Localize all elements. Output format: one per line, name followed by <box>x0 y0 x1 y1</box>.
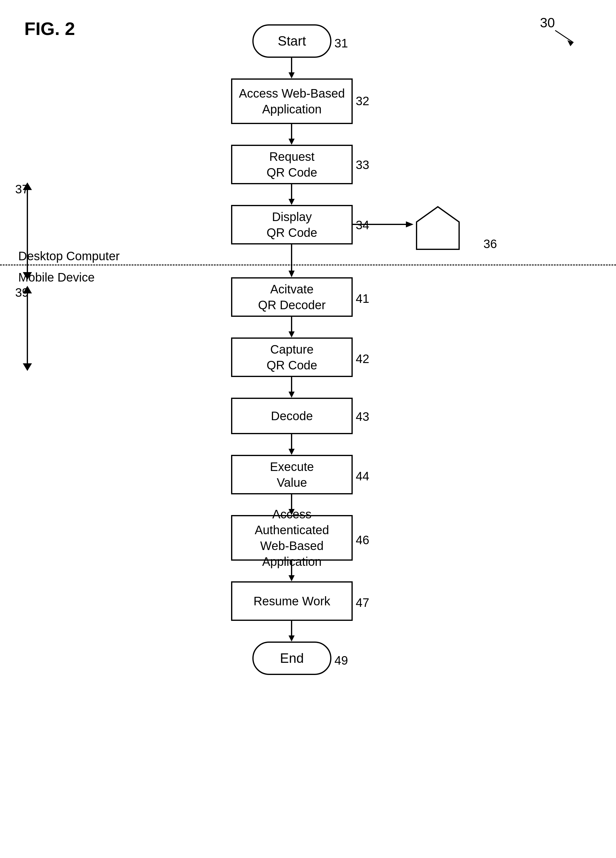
box-32: Access Web-Based Application <box>231 78 353 124</box>
arrow-47-end <box>288 620 295 642</box>
svg-line-1 <box>555 30 574 43</box>
ref-37: 37 <box>15 182 29 196</box>
box-46: Access Authenticated Web-Based Applicati… <box>231 515 353 561</box>
diagram-container: FIG. 2 30 Start 31 Access Web-Based Appl… <box>0 0 616 858</box>
ref-36: 36 <box>484 237 497 251</box>
ref-47: 47 <box>356 596 369 609</box>
ref-33: 33 <box>356 158 369 172</box>
arrow-34-41 <box>288 244 295 277</box>
ref-32: 32 <box>356 94 369 108</box>
pentagon-36 <box>414 204 481 252</box>
svg-marker-28 <box>289 575 295 581</box>
start-oval: Start <box>252 24 331 58</box>
arrow-41-42 <box>288 316 295 337</box>
svg-marker-18 <box>289 270 295 277</box>
svg-marker-6 <box>289 138 295 145</box>
box-47: Resume Work <box>231 581 353 621</box>
dashed-separator <box>0 264 616 266</box>
figure-label: FIG. 2 <box>24 18 75 39</box>
svg-marker-4 <box>289 72 295 78</box>
desktop-arrow <box>18 182 36 280</box>
ref-31: 31 <box>334 36 348 50</box>
ref-41: 41 <box>356 292 369 306</box>
arrow-43-44 <box>288 434 295 455</box>
ref-43: 43 <box>356 410 369 424</box>
svg-marker-8 <box>289 199 295 205</box>
end-oval: End <box>252 642 331 675</box>
arrow-33-34 <box>288 183 295 205</box>
ref-39: 39 <box>15 286 29 300</box>
box-33: Request QR Code <box>231 145 353 184</box>
ref-49: 49 <box>334 654 348 667</box>
arrow-34-36 <box>353 221 414 228</box>
arrow-46-47 <box>288 560 295 581</box>
svg-marker-20 <box>289 331 295 337</box>
box-42: Capture QR Code <box>231 337 353 377</box>
box-34: Display QR Code <box>231 205 353 244</box>
box-41: Acitvate QR Decoder <box>231 277 353 317</box>
svg-text:30: 30 <box>540 15 555 30</box>
svg-marker-16 <box>23 363 32 371</box>
ref30-arrow: 30 <box>537 15 592 52</box>
svg-marker-22 <box>289 392 295 398</box>
svg-marker-10 <box>406 221 414 227</box>
ref-44: 44 <box>356 469 369 483</box>
mobile-label: Mobile Device <box>18 270 95 284</box>
ref-42: 42 <box>356 352 369 366</box>
arrow-start-32 <box>288 57 295 78</box>
ref-46: 46 <box>356 533 369 547</box>
arrow-42-43 <box>288 376 295 398</box>
box-43: Decode <box>231 398 353 434</box>
box-44: Execute Value <box>231 455 353 494</box>
arrow-32-33 <box>288 123 295 145</box>
svg-marker-30 <box>289 636 295 642</box>
desktop-label: Desktop Computer <box>18 249 120 263</box>
svg-marker-24 <box>289 449 295 455</box>
